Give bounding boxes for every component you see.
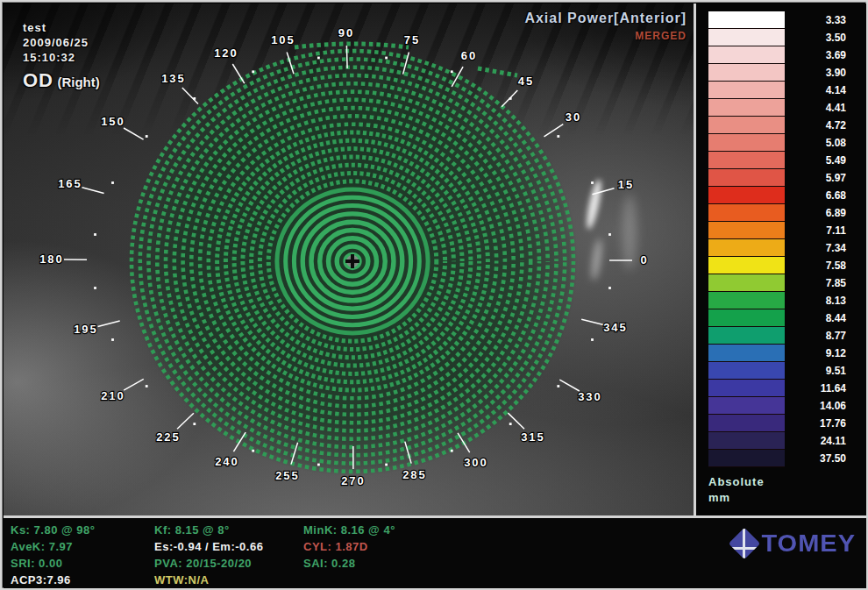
scale-row: 5.08 (708, 134, 857, 152)
scale-swatch (708, 309, 785, 327)
tomey-logo-text: TOMEY (761, 530, 856, 557)
angle-label-240: 240 (215, 455, 239, 468)
scale-value: 5.08 (792, 134, 846, 152)
tomey-logo: TOMEY (733, 529, 856, 558)
scale-swatch (708, 152, 785, 169)
angle-label-150: 150 (101, 115, 125, 128)
scale-value: 3.50 (792, 29, 846, 46)
scale-row: 6.68 (708, 187, 857, 204)
angle-label-315: 315 (521, 430, 545, 444)
scale-value: 17.76 (792, 415, 846, 432)
scale-row: 8.77 (708, 327, 857, 345)
stat-pva: PVA: 20/15-20/20 (154, 555, 263, 572)
scale-value: 9.12 (792, 345, 846, 362)
angle-label-345: 345 (603, 321, 628, 334)
scale-value: 3.90 (792, 64, 846, 82)
angle-label-75: 75 (404, 33, 420, 46)
scale-swatch (708, 380, 785, 397)
scale-row: 7.58 (708, 257, 857, 274)
scale-swatch (708, 222, 785, 239)
scale-swatch (708, 117, 785, 134)
scale-unit-label: mm (708, 491, 730, 504)
angle-label-225: 225 (156, 430, 181, 444)
scale-mode-label: Absolute (708, 475, 765, 488)
eye-label: OD (23, 69, 53, 91)
stat-esem: Es:-0.94 / Em:-0.66 (154, 538, 263, 555)
scale-swatch (708, 239, 785, 257)
stats-column-3: MinK: 8.16 @ 4°CYL: 1.87DSAI: 0.28 (303, 522, 395, 572)
scale-value: 8.13 (792, 292, 846, 309)
angle-label-255: 255 (275, 469, 300, 482)
scale-swatch (708, 29, 785, 46)
stat-wtw: WTW:N/A (154, 572, 263, 588)
stats-column-2: Kf: 8.15 @ 8°Es:-0.94 / Em:-0.66PVA: 20/… (154, 522, 263, 588)
tomey-logo-icon (729, 527, 761, 559)
scale-row: 5.49 (708, 152, 857, 169)
scale-value: 4.14 (792, 82, 846, 99)
scale-row: 14.06 (708, 397, 857, 415)
stat-sai: SAI: 0.28 (303, 555, 395, 572)
stat-mink: MinK: 8.16 @ 4° (303, 522, 395, 538)
scale-swatch (708, 46, 785, 64)
angle-label-60: 60 (461, 49, 477, 62)
scale-row: 7.85 (708, 274, 857, 292)
angle-label-330: 330 (578, 390, 602, 403)
scale-row: 4.14 (708, 82, 857, 99)
scale-swatch (708, 134, 785, 152)
scale-value: 3.33 (792, 11, 846, 29)
scale-row: 7.11 (708, 222, 857, 239)
exam-date: 2009/06/25 (23, 36, 100, 49)
scale-value: 4.41 (792, 99, 846, 117)
scale-row: 37.50 (708, 450, 857, 467)
scale-swatch (708, 432, 785, 450)
scale-swatch (708, 450, 785, 467)
scale-row: 9.12 (708, 345, 857, 362)
angle-label-120: 120 (214, 46, 238, 60)
scale-row: 4.41 (708, 99, 857, 117)
angle-label-180: 180 (39, 252, 64, 266)
scale-row: 8.44 (708, 309, 857, 327)
keratometry-panel: Ks: 7.80 @ 98°AveK: 7.97SRI: 0.00ACP3:7.… (4, 515, 866, 588)
scale-swatch (708, 415, 785, 432)
scale-row: 3.50 (708, 29, 857, 46)
scale-swatch (708, 169, 785, 187)
stat-kf: Kf: 8.15 @ 8° (154, 522, 263, 538)
scale-swatch (708, 397, 785, 415)
angle-label-210: 210 (101, 389, 125, 402)
angle-label-135: 135 (161, 72, 186, 85)
angle-label-285: 285 (402, 468, 427, 481)
scale-swatch (708, 187, 785, 204)
scale-swatch (708, 11, 785, 29)
patient-name: test (23, 21, 100, 34)
scale-value: 7.11 (792, 222, 846, 239)
scale-swatch (708, 204, 785, 222)
scale-value: 6.89 (792, 204, 846, 222)
scale-swatch (708, 64, 785, 82)
scale-value: 6.68 (792, 187, 846, 204)
scale-swatch (708, 257, 785, 274)
scale-row: 3.33 (708, 11, 857, 29)
angle-label-270: 270 (341, 474, 366, 487)
scale-row: 3.90 (708, 64, 857, 82)
scale-row: 8.13 (708, 292, 857, 309)
angle-label-165: 165 (58, 177, 82, 190)
scale-value: 8.77 (792, 327, 846, 345)
scale-value: 8.44 (792, 309, 846, 327)
merged-badge: MERGED (635, 30, 687, 42)
scale-swatch (708, 345, 785, 362)
scale-row: 6.89 (708, 204, 857, 222)
scale-value: 14.06 (792, 397, 846, 415)
scale-value: 5.49 (792, 152, 846, 169)
scale-value: 9.51 (792, 362, 846, 380)
scale-row: 17.76 (708, 415, 857, 432)
eye-label-line: OD (Right) (23, 69, 100, 92)
scale-value: 3.69 (792, 46, 846, 64)
color-scale: 3.333.503.693.904.144.414.725.085.495.97… (708, 11, 857, 467)
scale-value: 7.58 (792, 257, 846, 274)
scale-row: 5.97 (708, 169, 857, 187)
scale-value: 11.64 (792, 380, 846, 397)
scale-swatch (708, 327, 785, 345)
map-type-title: Axial Power[Anterior] (524, 11, 687, 26)
scale-value: 7.34 (792, 239, 846, 257)
eye-side-label: (Right) (57, 75, 99, 89)
